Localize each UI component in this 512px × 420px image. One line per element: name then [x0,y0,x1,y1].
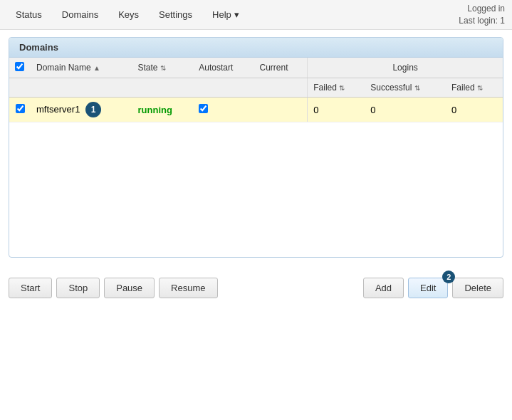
row-autostart [193,98,254,122]
last-login-text: Last login: 1 [459,15,505,27]
row-badge: 1 [85,102,101,117]
nav-help[interactable]: Help ▾ [204,2,248,27]
row-logins-failed1: 0 [308,98,365,122]
sub-col-failed2[interactable]: Failed ⇅ [446,78,503,98]
resume-button[interactable]: Resume [159,278,217,298]
sub-col-successful[interactable]: Successful ⇅ [365,78,446,98]
sub-col-current [254,78,308,98]
row-checkbox-cell [9,98,31,122]
col-current[interactable]: Current [254,58,308,78]
row-checkbox[interactable] [16,104,25,113]
nav-settings[interactable]: Settings [150,2,201,27]
table-row[interactable]: mftserver1 1 running 0 0 [9,98,503,122]
sub-col-domain [31,78,132,98]
sort-successful: ⇅ [414,84,420,92]
select-all-checkbox[interactable] [15,62,24,71]
row-logins-failed2: 0 [446,98,503,122]
navbar: Status Domains Keys Settings Help ▾ Logg… [0,0,512,30]
table-container: Domain Name ▲ State ⇅ Autostart [9,58,503,257]
row-state: running [132,98,194,122]
action-buttons-right: Add Edit 2 Delete [363,278,503,298]
nav-keys[interactable]: Keys [110,2,147,27]
sub-col-state [132,78,194,98]
edit-button[interactable]: Edit [408,278,448,298]
panel-body: Domain Name ▲ State ⇅ Autostart [9,58,503,257]
sort-failed1: ⇅ [339,84,345,92]
col-domain-name[interactable]: Domain Name ▲ [31,58,132,78]
edit-button-wrapper: Edit 2 [408,278,448,298]
add-button[interactable]: Add [363,278,404,298]
panel-title: Domains [9,38,503,58]
bottom-bar: Start Stop Pause Resume Add Edit 2 Delet… [0,271,512,305]
logged-in-info: Logged in Last login: 1 [459,3,505,27]
logged-in-text: Logged in [459,3,505,15]
nav-status[interactable]: Status [7,2,51,27]
help-label: Help [212,9,231,20]
sub-col-autostart [193,78,254,98]
select-all-header[interactable] [9,58,31,78]
col-autostart[interactable]: Autostart [193,58,254,78]
row-logins-successful: 0 [365,98,446,122]
col-state[interactable]: State ⇅ [132,58,194,78]
domains-table: Domain Name ▲ State ⇅ Autostart [9,58,503,122]
sort-arrow-domain: ▲ [93,64,100,72]
action-buttons-left: Start Stop Pause Resume [9,278,218,298]
start-button[interactable]: Start [9,278,52,298]
sort-failed2: ⇅ [477,84,483,92]
autostart-checkbox[interactable] [199,104,208,113]
nav-domains[interactable]: Domains [53,2,107,27]
delete-button[interactable]: Delete [452,278,503,298]
col-logins-group: Logins [308,58,503,78]
sub-col-check [9,78,31,98]
pause-button[interactable]: Pause [104,278,155,298]
main-content: Domains Domain Name ▲ [0,30,512,265]
row-domain-name: mftserver1 1 [31,98,132,122]
chevron-down-icon: ▾ [234,9,239,20]
sort-arrow-state: ⇅ [160,64,166,72]
domains-panel: Domains Domain Name ▲ [9,37,503,258]
sub-col-failed1[interactable]: Failed ⇅ [308,78,365,98]
row-current [254,98,308,122]
nav-items: Status Domains Keys Settings Help ▾ [7,2,248,27]
stop-button[interactable]: Stop [56,278,100,298]
